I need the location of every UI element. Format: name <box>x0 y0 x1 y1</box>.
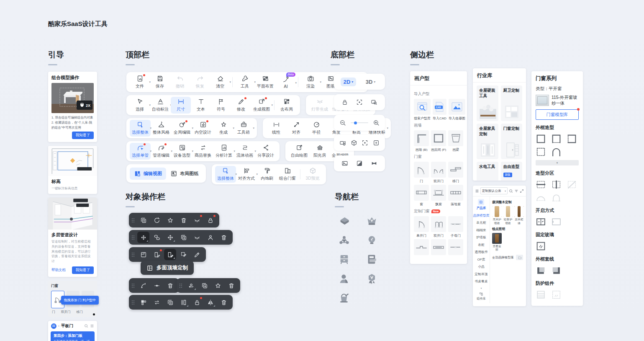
user-icon[interactable] <box>338 272 351 285</box>
tile-floorwindow[interactable]: 落地窗 <box>448 185 463 206</box>
file-button[interactable]: 文件▾ <box>130 74 150 90</box>
vip-crown-icon[interactable] <box>365 214 378 227</box>
search-icon[interactable] <box>84 324 88 328</box>
d-arc-shape-option[interactable] <box>536 192 546 203</box>
window-model-row[interactable]: 115-外开窗玻纱一体 <box>536 95 579 106</box>
node-structure-icon[interactable] <box>338 234 351 247</box>
windowcombo-button[interactable]: 组合门窗 <box>277 166 298 183</box>
copyplus-button[interactable] <box>198 280 210 291</box>
style-button[interactable]: 整体风格 <box>151 120 172 137</box>
arc-button[interactable] <box>137 280 149 291</box>
moverotate-button[interactable] <box>137 232 149 243</box>
lock-icon[interactable] <box>341 99 348 106</box>
copyplus-button[interactable] <box>177 232 190 243</box>
library-source-select[interactable]: 定制默认公库▾ <box>480 187 508 194</box>
industry-card[interactable]: 门窗定制 <box>501 124 523 159</box>
brush-button[interactable]: 内饰刷 <box>257 166 277 183</box>
camera-button[interactable]: 渲染▾ <box>300 74 321 90</box>
radius-button[interactable]: 半径 <box>306 120 326 137</box>
f-solid-shape-option[interactable] <box>536 134 546 144</box>
replace-button[interactable]: 商品替换 <box>192 143 213 160</box>
product-library-tab[interactable]: 产品库 <box>477 199 486 210</box>
drag-handle-icon[interactable] <box>132 218 134 222</box>
library-category[interactable]: 定制吊顶 <box>475 272 487 276</box>
delayout-button[interactable]: 去布局 <box>277 97 297 114</box>
industry-card[interactable]: 全屋硬装工具 <box>477 85 498 121</box>
d-diag-shape-option[interactable] <box>567 179 577 190</box>
trash-button[interactable] <box>225 280 237 291</box>
tile-cdoor3[interactable]: 子母门 <box>448 216 463 237</box>
model-cube-icon[interactable] <box>338 214 351 227</box>
p-rail-shape-option[interactable] <box>536 289 546 300</box>
share-button[interactable]: 分享设计 <box>255 143 276 160</box>
p-grille-shape-option[interactable] <box>551 289 562 300</box>
view-mode-3d[interactable]: 3D▾ <box>363 78 379 86</box>
pipeedit-button[interactable]: 管道编辑▾ <box>151 143 172 160</box>
tile-cs3[interactable] <box>448 239 463 260</box>
tile-room[interactable]: 画房间 (F) <box>431 130 446 151</box>
d-v-shape-option[interactable] <box>551 179 562 190</box>
trash-button[interactable] <box>218 297 230 308</box>
person-button[interactable] <box>204 232 216 243</box>
editview-button[interactable]: 编辑视图 <box>130 168 166 180</box>
more-categories-icon[interactable]: ▾ <box>480 287 482 289</box>
search-icon[interactable] <box>509 189 513 193</box>
eraser-button[interactable]: 清空▾ <box>210 74 230 90</box>
o-casement-shape-option[interactable] <box>536 217 546 227</box>
camgear-icon[interactable] <box>339 140 346 146</box>
contrast-icon[interactable] <box>356 160 363 167</box>
dooredit-button[interactable] <box>151 249 163 260</box>
freedraw-button[interactable]: 自由绘图 <box>289 143 310 160</box>
t-right-shape-option[interactable] <box>551 265 562 276</box>
got-it-button[interactable]: 我知道了 <box>72 266 94 274</box>
layout-button[interactable]: 平面布置 <box>255 74 276 90</box>
library-category[interactable]: OP库 <box>477 257 485 262</box>
d-arch-shape-option[interactable] <box>551 192 562 203</box>
wrench-button[interactable]: 工具▾ <box>235 74 255 90</box>
cabinet-icon[interactable] <box>338 253 351 266</box>
tile-cdoor2[interactable]: 双开门 <box>431 216 446 237</box>
lamp-button[interactable]: 灯带生成 <box>309 97 330 114</box>
lock-button[interactable] <box>191 297 203 308</box>
frameedit-button[interactable] <box>177 249 190 260</box>
save-button[interactable]: 保存 <box>150 74 170 90</box>
pencil-button[interactable]: 修改 <box>231 97 251 114</box>
doorpencil-button[interactable] <box>164 249 176 260</box>
align-button[interactable]: 对齐 <box>286 120 306 137</box>
tile-doubledoor[interactable]: 双开门 <box>431 162 446 183</box>
nodeline-button[interactable] <box>151 280 163 291</box>
view-mode-2d[interactable]: 2D▾ <box>341 78 357 86</box>
f-dashb-shape-option[interactable] <box>551 134 562 144</box>
trash-button[interactable] <box>177 214 190 226</box>
swap-button[interactable] <box>151 297 163 308</box>
redo-button[interactable]: 恢复 <box>190 74 210 90</box>
industry-card[interactable]: 水电工具 <box>477 162 498 181</box>
f-dash-shape-option[interactable] <box>536 147 546 157</box>
mirror-button[interactable] <box>204 297 216 308</box>
lock-button[interactable] <box>204 214 216 226</box>
layoutswap-button[interactable] <box>137 297 149 308</box>
zoomout-icon[interactable] <box>339 119 346 126</box>
idea-bulb-icon[interactable] <box>365 234 378 247</box>
text-button[interactable]: 文本 <box>191 97 211 114</box>
library-item[interactable]: 轻奢护墙板 <box>503 206 513 225</box>
device-button[interactable]: 设备选型▾ <box>172 143 192 160</box>
expand-icon[interactable] <box>520 189 524 193</box>
library-category[interactable]: 品牌模型库 <box>473 213 490 218</box>
library-category[interactable]: 榻榻米 <box>476 228 486 232</box>
tile-cdoor1[interactable]: 单开门 <box>414 216 429 237</box>
toolbox-button[interactable]: 工具箱▾ <box>233 120 254 137</box>
all-brand-models-row[interactable]: 全部品牌模型库 <box>492 255 524 260</box>
tile-slidedoor[interactable]: 移门 <box>448 162 463 183</box>
tile-window[interactable]: 窗 <box>414 185 429 206</box>
library-category[interactable]: 小品 <box>478 264 485 269</box>
tile-trace[interactable]: 导入临摹图 <box>449 99 465 120</box>
library-item[interactable]: 查看全部 <box>492 233 502 252</box>
dimension-button[interactable]: 尺寸 <box>171 97 191 114</box>
tile-beam[interactable]: 画梁 <box>448 130 463 151</box>
tile-search[interactable]: 搜索户型库 <box>414 99 431 120</box>
cube-icon[interactable] <box>351 140 357 146</box>
tile-wall[interactable]: 画墙 (B) <box>414 130 429 151</box>
blueprint-button[interactable]: 布局图纸 <box>166 168 203 180</box>
focus-icon[interactable] <box>362 140 368 146</box>
